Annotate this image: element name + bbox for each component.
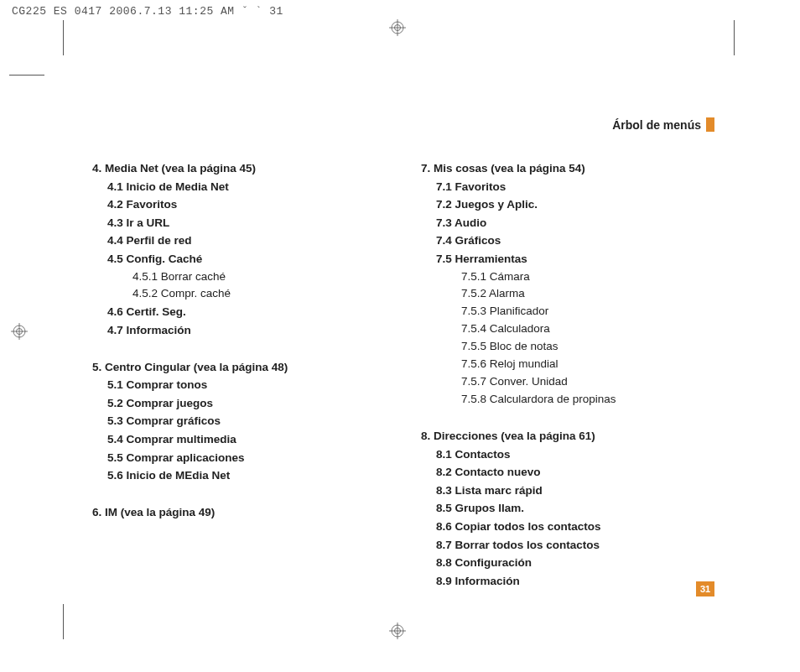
menu-item: 8.7 Borrar todos los contactos (421, 536, 708, 555)
left-column: 4. Media Net (vea la página 45) 4.1 Inic… (92, 159, 379, 608)
registration-mark-icon (389, 623, 406, 639)
section-title: 6. IM (vea la página 49) (92, 503, 379, 522)
menu-item: 4.7 Información (92, 321, 379, 340)
menu-item: 8.1 Contactos (421, 445, 708, 464)
menu-subitem: 7.5.7 Conver. Unidad (421, 373, 708, 391)
menu-subitem: 7.5.2 Alarma (421, 285, 708, 303)
menu-section-8: 8. Direcciones (vea la página 61) 8.1 Co… (421, 427, 708, 590)
registration-mark-icon (389, 19, 406, 36)
menu-item: 7.3 Audio (421, 214, 708, 232)
menu-subitem: 7.5.8 Calculardora de propinas (421, 391, 708, 409)
menu-item: 8.8 Configuración (421, 554, 708, 572)
menu-item: 4.5 Config. Caché (92, 250, 379, 268)
menu-item: 4.1 Inicio de Media Net (92, 178, 379, 196)
crop-mark (9, 75, 44, 76)
page-title-accent (706, 117, 714, 132)
menu-item: 7.5 Herramientas (421, 250, 708, 268)
page-title: Árbol de menús (612, 118, 701, 132)
menu-subitem: 7.5.6 Reloj mundial (421, 356, 708, 373)
menu-item: 7.2 Juegos y Aplic. (421, 195, 708, 214)
menu-item: 4.3 Ir a URL (92, 214, 379, 232)
menu-item: 5.2 Comprar juegos (92, 394, 379, 413)
menu-item: 5.5 Comprar aplicaciones (92, 449, 379, 467)
menu-item: 8.9 Información (421, 572, 708, 591)
menu-item: 8.6 Copiar todos los contactos (421, 518, 708, 536)
menu-item: 8.5 Grupos llam. (421, 499, 708, 518)
menu-subitem: 7.5.4 Calculadora (421, 320, 708, 338)
section-title: 7. Mis cosas (vea la página 54) (421, 159, 708, 178)
registration-mark-icon (11, 323, 28, 340)
section-title: 8. Direcciones (vea la página 61) (421, 427, 708, 445)
menu-subitem: 7.5.1 Cámara (421, 268, 708, 286)
menu-section-7: 7. Mis cosas (vea la página 54) 7.1 Favo… (421, 159, 708, 409)
menu-item: 4.4 Perfil de red (92, 232, 379, 250)
menu-section-4: 4. Media Net (vea la página 45) 4.1 Inic… (92, 159, 379, 340)
menu-item: 8.2 Contacto nuevo (421, 463, 708, 482)
menu-item: 7.4 Gráficos (421, 232, 708, 250)
right-column: 7. Mis cosas (vea la página 54) 7.1 Favo… (421, 159, 708, 608)
content-columns: 4. Media Net (vea la página 45) 4.1 Inic… (92, 159, 708, 608)
print-metadata: CG225 ES 0417 2006.7.13 11:25 AM ˇ ` 31 (12, 5, 283, 18)
section-title: 5. Centro Cingular (vea la página 48) (92, 358, 379, 377)
menu-subitem: 7.5.3 Planificador (421, 303, 708, 320)
menu-item: 5.6 Inicio de MEdia Net (92, 466, 379, 485)
menu-subitem: 7.5.5 Bloc de notas (421, 338, 708, 356)
menu-item: 7.1 Favoritos (421, 178, 708, 196)
crop-mark (63, 20, 64, 55)
section-title: 4. Media Net (vea la página 45) (92, 159, 379, 178)
menu-item: 4.2 Favoritos (92, 195, 379, 214)
page-title-container: Árbol de menús (612, 117, 714, 132)
menu-subitem: 4.5.2 Compr. caché (92, 285, 379, 303)
menu-item: 5.3 Comprar gráficos (92, 412, 379, 430)
crop-mark (63, 604, 64, 639)
menu-item: 5.4 Comprar multimedia (92, 430, 379, 449)
menu-item: 5.1 Comprar tonos (92, 376, 379, 394)
menu-section-6: 6. IM (vea la página 49) (92, 503, 379, 522)
menu-item: 8.3 Lista marc rápid (421, 482, 708, 500)
page-number-badge: 31 (696, 581, 714, 596)
menu-section-5: 5. Centro Cingular (vea la página 48) 5.… (92, 358, 379, 485)
menu-subitem: 4.5.1 Borrar caché (92, 268, 379, 286)
menu-item: 4.6 Certif. Seg. (92, 303, 379, 321)
crop-mark (734, 20, 735, 55)
